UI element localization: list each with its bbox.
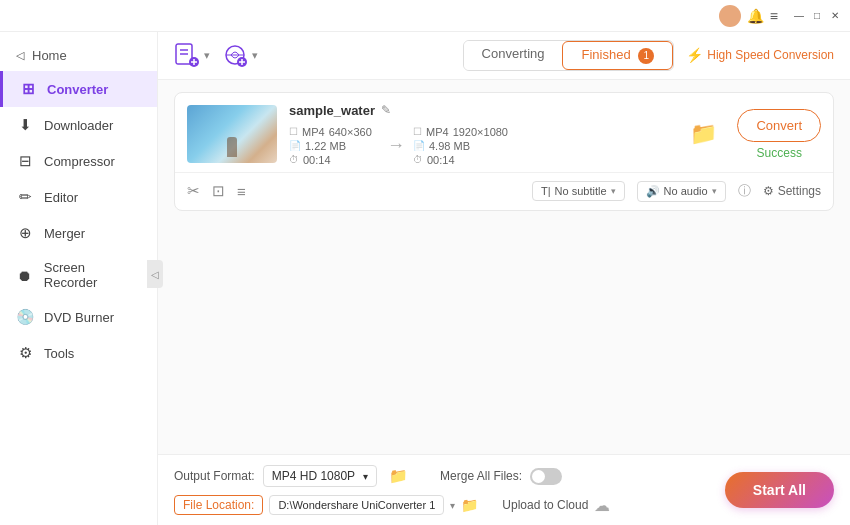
file-path: D:\Wondershare UniConverter 1 xyxy=(269,495,444,515)
dst-size: 4.98 MB xyxy=(429,140,470,152)
sidebar: ◁ Home ⊞ Converter ⬇ Downloader ⊟ Compre… xyxy=(0,32,158,525)
back-arrow-icon: ◁ xyxy=(16,49,24,62)
add-url-dropdown-arrow[interactable]: ▾ xyxy=(252,49,258,62)
bottom-rows: Output Format: MP4 HD 1080P ▾ 📁 Merge Al… xyxy=(174,465,709,515)
format-folder-icon[interactable]: 📁 xyxy=(389,467,408,485)
settings-button[interactable]: ⚙ Settings xyxy=(763,184,821,198)
convert-area: 📁 xyxy=(690,121,717,147)
effects-icon[interactable]: ≡ xyxy=(237,183,246,200)
user-avatar[interactable] xyxy=(719,5,741,27)
compressor-icon: ⊟ xyxy=(16,152,34,170)
crop-icon[interactable]: ⊡ xyxy=(212,182,225,200)
tools-icon: ⚙ xyxy=(16,344,34,362)
merge-section: Merge All Files: xyxy=(440,468,562,485)
src-resolution: 640×360 xyxy=(329,126,372,138)
converter-icon: ⊞ xyxy=(19,80,37,98)
src-duration: 00:14 xyxy=(303,154,331,166)
subtitle-label: No subtitle xyxy=(555,185,607,197)
sidebar-collapse-button[interactable]: ◁ xyxy=(147,260,163,288)
audio-select[interactable]: 🔊 No audio ▾ xyxy=(637,181,726,202)
file-meta: sample_water ✎ ☐ MP4 640×360 xyxy=(289,103,674,166)
sidebar-item-label: Converter xyxy=(47,82,108,97)
convert-button[interactable]: Convert xyxy=(737,109,821,142)
editor-icon: ✏ xyxy=(16,188,34,206)
subtitle-dropdown-arrow: ▾ xyxy=(611,186,616,196)
high-speed-conversion[interactable]: ⚡ High Speed Conversion xyxy=(686,47,834,63)
sidebar-item-label: DVD Burner xyxy=(44,310,114,325)
tab-group: Converting Finished 1 xyxy=(463,40,675,71)
sidebar-item-dvd-burner[interactable]: 💿 DVD Burner xyxy=(0,299,157,335)
screen-recorder-icon: ⏺ xyxy=(16,267,34,284)
sidebar-item-label: Compressor xyxy=(44,154,115,169)
merge-label: Merge All Files: xyxy=(440,469,522,483)
bottom-bar: Output Format: MP4 HD 1080P ▾ 📁 Merge Al… xyxy=(158,454,850,525)
home-label: Home xyxy=(32,48,67,63)
top-toolbar: ▾ ▾ Converting Finished 1 xyxy=(158,32,850,80)
cut-icon[interactable]: ✂ xyxy=(187,182,200,200)
cloud-upload-icon[interactable]: ☁ xyxy=(594,496,610,515)
audio-label: No audio xyxy=(664,185,708,197)
file-location-section: File Location: D:\Wondershare UniConvert… xyxy=(174,495,478,515)
close-button[interactable]: ✕ xyxy=(828,9,842,23)
maximize-button[interactable]: □ xyxy=(810,9,824,23)
sidebar-item-compressor[interactable]: ⊟ Compressor xyxy=(0,143,157,179)
file-thumbnail xyxy=(187,105,277,163)
format-dropdown-arrow: ▾ xyxy=(363,471,368,482)
path-dropdown-arrow[interactable]: ▾ xyxy=(450,500,455,511)
format-select[interactable]: MP4 HD 1080P ▾ xyxy=(263,465,377,487)
convert-result: Convert Success xyxy=(737,109,821,160)
sidebar-item-label: Downloader xyxy=(44,118,113,133)
sidebar-item-editor[interactable]: ✏ Editor xyxy=(0,179,157,215)
file-specs: ☐ MP4 640×360 📄 1.22 MB ⏱ xyxy=(289,126,674,166)
upload-cloud-label: Upload to Cloud xyxy=(502,498,588,512)
bolt-icon: ⚡ xyxy=(686,47,703,63)
minimize-button[interactable]: — xyxy=(792,9,806,23)
bottom-row1: Output Format: MP4 HD 1080P ▾ 📁 Merge Al… xyxy=(174,465,709,487)
notifications-icon[interactable]: 🔔 xyxy=(747,8,764,24)
sidebar-item-tools[interactable]: ⚙ Tools xyxy=(0,335,157,371)
subtitle-icon: T| xyxy=(541,185,551,197)
merge-toggle[interactable] xyxy=(530,468,562,485)
path-folder-icon[interactable]: 📁 xyxy=(461,497,478,513)
add-file-button[interactable]: ▾ xyxy=(174,42,210,68)
src-specs: ☐ MP4 640×360 📄 1.22 MB ⏱ xyxy=(289,126,379,166)
sidebar-item-converter[interactable]: ⊞ Converter xyxy=(0,71,157,107)
add-url-button[interactable]: ▾ xyxy=(222,42,258,68)
src-format: MP4 xyxy=(302,126,325,138)
subtitle-select[interactable]: T| No subtitle ▾ xyxy=(532,181,625,201)
downloader-icon: ⬇ xyxy=(16,116,34,134)
sidebar-item-merger[interactable]: ⊕ Merger xyxy=(0,215,157,251)
home-nav[interactable]: ◁ Home xyxy=(0,40,157,71)
sidebar-item-screen-recorder[interactable]: ⏺ Screen Recorder xyxy=(0,251,157,299)
merger-icon: ⊕ xyxy=(16,224,34,242)
dvd-burner-icon: 💿 xyxy=(16,308,34,326)
hamburger-menu-icon[interactable]: ≡ xyxy=(770,8,778,24)
output-format-label: Output Format: xyxy=(174,469,255,483)
file-item: sample_water ✎ ☐ MP4 640×360 xyxy=(174,92,834,211)
conversion-arrow-icon: → xyxy=(387,135,405,156)
info-icon[interactable]: ⓘ xyxy=(738,182,751,200)
dst-specs: ☐ MP4 1920×1080 📄 4.98 MB ⏱ xyxy=(413,126,508,166)
upload-cloud-section: Upload to Cloud ☁ xyxy=(502,496,610,515)
add-file-dropdown-arrow[interactable]: ▾ xyxy=(204,49,210,62)
converting-tab[interactable]: Converting xyxy=(464,41,563,70)
src-size: 1.22 MB xyxy=(305,140,346,152)
sidebar-item-label: Tools xyxy=(44,346,74,361)
file-item-actions: ✂ ⊡ ≡ T| No subtitle ▾ 🔊 No audio ▾ ⓘ xyxy=(175,172,833,210)
edit-filename-icon[interactable]: ✎ xyxy=(381,103,391,117)
sidebar-item-downloader[interactable]: ⬇ Downloader xyxy=(0,107,157,143)
output-file-icon[interactable]: 📁 xyxy=(690,121,717,147)
audio-dropdown-arrow: ▾ xyxy=(712,186,717,196)
settings-label: Settings xyxy=(778,184,821,198)
dst-duration: 00:14 xyxy=(427,154,455,166)
file-item-top: sample_water ✎ ☐ MP4 640×360 xyxy=(175,93,833,172)
main-content: ▾ ▾ Converting Finished 1 xyxy=(158,32,850,525)
file-location-label[interactable]: File Location: xyxy=(174,495,263,515)
sidebar-item-label: Merger xyxy=(44,226,85,241)
sidebar-item-label: Editor xyxy=(44,190,78,205)
file-name: sample_water xyxy=(289,103,375,118)
format-value: MP4 HD 1080P xyxy=(272,469,355,483)
start-all-button[interactable]: Start All xyxy=(725,472,834,508)
finished-tab[interactable]: Finished 1 xyxy=(562,41,673,70)
finished-badge: 1 xyxy=(638,48,654,64)
